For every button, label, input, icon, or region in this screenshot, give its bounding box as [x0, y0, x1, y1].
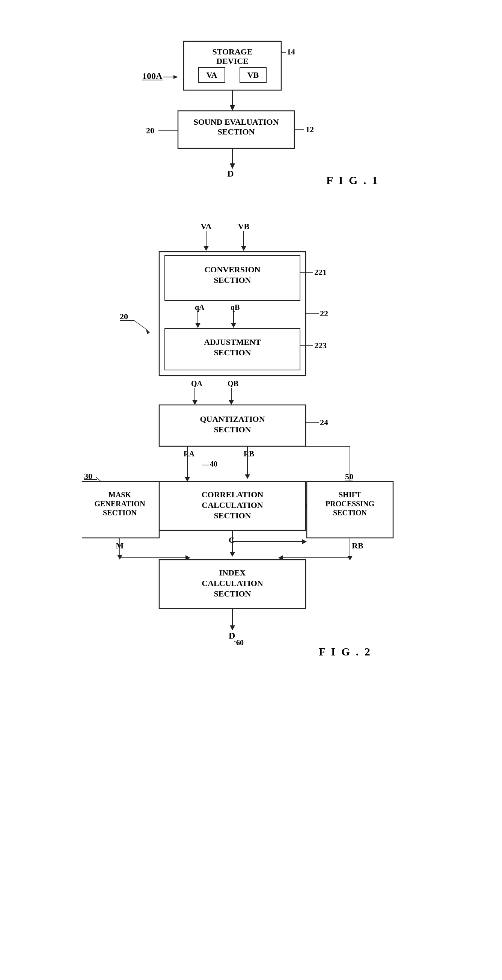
fig2-mask2: GENERATION — [94, 500, 145, 508]
fig2-ra: RA — [184, 450, 194, 458]
fig2-conv2: SECTION — [214, 275, 251, 285]
fig2-vb: VB — [238, 222, 249, 231]
fig2-rb: RB — [244, 450, 254, 458]
fig2-corr3: SECTION — [214, 511, 251, 520]
fig1-label: F I G . 1 — [326, 174, 379, 186]
fig2-shift2: PROCESSING — [325, 500, 374, 508]
fig2-ref221: 221 — [314, 267, 327, 277]
svg-marker-41 — [245, 474, 250, 479]
svg-marker-48 — [302, 539, 307, 544]
fig1-sound-eval2: SECTION — [218, 127, 254, 136]
fig1-ref-100a: 100A — [142, 71, 162, 81]
svg-marker-71 — [230, 625, 235, 630]
page: 100A STORAGE DEVICE VA VB 14 SOUND EVALU… — [0, 0, 502, 980]
svg-marker-44 — [185, 477, 190, 482]
fig1-d: D — [227, 169, 234, 178]
fig2-ref20: 20 — [120, 312, 128, 321]
fig2-adj2: SECTION — [214, 348, 251, 357]
fig2-label: F I G . 2 — [319, 645, 372, 658]
svg-marker-2 — [173, 75, 178, 79]
storage-title1: STORAGE — [212, 47, 252, 56]
fig2-d: D — [229, 631, 235, 640]
fig1-ref12: 12 — [306, 125, 314, 134]
fig1-diagram: 100A STORAGE DEVICE VA VB 14 SOUND EVALU… — [120, 30, 383, 192]
fig2-qb: qB — [230, 303, 240, 312]
fig2-c: C — [229, 535, 235, 545]
fig1-va: VA — [206, 70, 217, 80]
fig2-ref24: 24 — [320, 418, 328, 427]
fig2-va: VA — [200, 222, 211, 231]
fig2-corr2: CALCULATION — [202, 500, 263, 510]
fig2-index3: SECTION — [214, 589, 251, 598]
fig1-ref20: 20 — [146, 126, 154, 135]
fig2-quant1: QUANTIZATION — [200, 414, 265, 424]
fig2-conv1: CONVERSION — [204, 265, 260, 274]
svg-marker-35 — [229, 400, 234, 405]
svg-marker-33 — [192, 400, 197, 405]
svg-marker-16 — [203, 246, 209, 251]
fig2-index2: CALCULATION — [202, 579, 263, 588]
fig2-ref223: 223 — [314, 341, 327, 350]
fig2-adj1: ADJUSTMENT — [204, 337, 261, 347]
svg-marker-60 — [117, 555, 122, 560]
fig2-qa: qA — [195, 303, 205, 312]
svg-marker-18 — [241, 246, 246, 251]
fig2-shift1: SHIFT — [338, 490, 361, 499]
svg-marker-9 — [230, 105, 235, 111]
fig2-mask1: MASK — [108, 490, 131, 499]
fig1-vb: VB — [247, 70, 259, 80]
fig2-ref40: 40 — [210, 460, 218, 468]
fig2-qa-out: QA — [191, 379, 203, 388]
fig2-ref22: 22 — [320, 309, 328, 318]
fig2-qb-out: QB — [227, 379, 238, 388]
fig1-sound-eval1: SOUND EVALUATION — [193, 117, 279, 127]
fig2-rb2: RB — [352, 541, 364, 550]
fig2-diagram: VA VB CONVERSION SECTION 221 qA qB 22 AD… — [82, 214, 420, 665]
fig2-corr1: CORRELATION — [201, 490, 263, 499]
fig2-index1: INDEX — [219, 568, 246, 578]
svg-marker-31 — [146, 329, 150, 334]
svg-line-30 — [134, 320, 148, 331]
svg-marker-14 — [230, 163, 235, 169]
storage-title2: DEVICE — [216, 56, 249, 66]
fig1-ref14: 14 — [287, 47, 295, 56]
fig2-quant2: SECTION — [214, 425, 251, 434]
svg-marker-49 — [230, 552, 235, 557]
fig2-shift3: SECTION — [333, 509, 367, 517]
fig2-mask3: SECTION — [103, 509, 137, 517]
